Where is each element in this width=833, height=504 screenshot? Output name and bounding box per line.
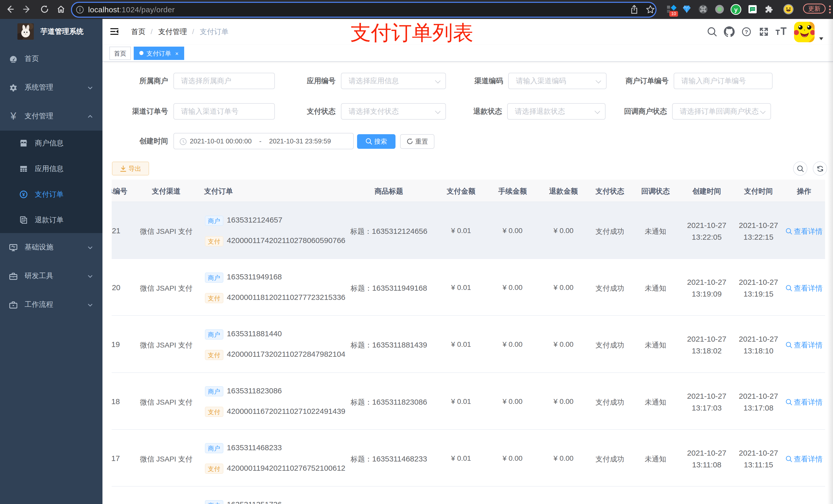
svg-text:?: ?	[745, 29, 748, 35]
svg-text:y: y	[734, 6, 738, 13]
svg-text:¥: ¥	[22, 192, 25, 197]
